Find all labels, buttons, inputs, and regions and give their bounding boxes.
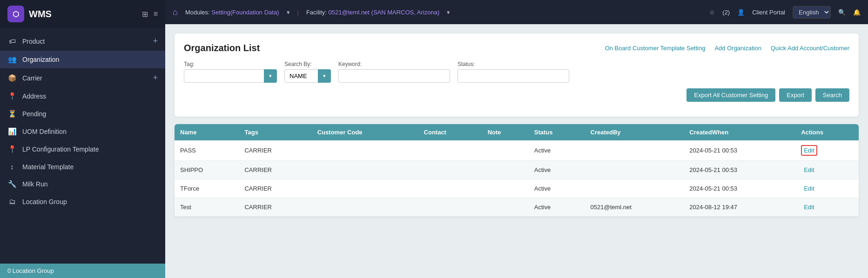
language-selector[interactable]: English: [793, 6, 831, 19]
sidebar-item-milk-run[interactable]: 🔧 Milk Run: [0, 175, 165, 193]
modules-label: Modules: Setting(Foundation Data): [185, 9, 279, 16]
topbar-right: ☆ (2) 👤 Client Portal English 🔍 🔔: [709, 6, 861, 19]
col-status: Status: [529, 124, 585, 140]
grid-icon[interactable]: ⊞: [142, 10, 148, 19]
table-header: Name Tags Customer Code Contact Note Sta…: [175, 124, 859, 140]
cell-created-by: [585, 179, 684, 198]
location-group-count: 0 Location Group: [7, 267, 54, 274]
page-title: Organization List: [184, 43, 260, 53]
sidebar-item-label: Organization: [22, 56, 158, 63]
cell-status: Active: [529, 161, 585, 179]
export-button[interactable]: Export: [779, 88, 812, 102]
menu-icon[interactable]: ≡: [154, 10, 158, 19]
sidebar-item-label: Material Template: [22, 163, 158, 171]
cell-name: PASS: [175, 140, 239, 161]
carrier-add-icon[interactable]: +: [153, 73, 158, 83]
sidebar-item-lp-configuration[interactable]: 📍 LP Configuration Template: [0, 140, 165, 158]
sidebar-item-uom-definition[interactable]: 📊 UOM Definition: [0, 123, 165, 140]
sidebar-item-label: Carrier: [22, 74, 147, 82]
tag-select-wrap: ▾: [184, 69, 277, 83]
cell-created-when: 2024-05-21 00:53: [684, 179, 795, 198]
panel-links: On Board Customer Template Setting Add O…: [605, 45, 849, 52]
cell-created-by: [585, 140, 684, 161]
edit-button[interactable]: Edit: [801, 203, 817, 212]
col-created-when: CreatedWhen: [684, 124, 795, 140]
client-portal-label[interactable]: Client Portal: [752, 9, 785, 16]
cell-status: Active: [529, 140, 585, 161]
col-created-by: CreatedBy: [585, 124, 684, 140]
search-icon[interactable]: 🔍: [838, 9, 846, 16]
facility-dropdown-icon[interactable]: ▾: [447, 9, 450, 16]
modules-dropdown-icon[interactable]: ▾: [287, 9, 290, 16]
cell-note: [482, 198, 529, 217]
cell-status: Active: [529, 179, 585, 198]
topbar: ⌂ Modules: Setting(Foundation Data) ▾ | …: [165, 0, 868, 24]
search-by-group: Search By: NAME ▾: [284, 61, 331, 83]
cell-created-when: 2024-08-12 19:47: [684, 198, 795, 217]
col-note: Note: [482, 124, 529, 140]
star-icon[interactable]: ☆: [709, 9, 715, 16]
tag-select[interactable]: [184, 69, 277, 83]
col-customer-code: Customer Code: [312, 124, 418, 140]
organization-icon: 👥: [7, 55, 17, 64]
bell-icon[interactable]: 🔔: [853, 9, 861, 16]
carrier-icon: 📦: [7, 74, 17, 82]
home-icon[interactable]: ⌂: [173, 7, 178, 17]
cell-customer-code: [312, 179, 418, 198]
product-icon: 🏷: [7, 37, 17, 45]
facility-value: 0521@teml.net (SAN MARCOS, Arizona): [329, 9, 440, 16]
table-row: TForce CARRIER Active 2024-05-21 00:53 E…: [175, 179, 859, 198]
col-actions: Actions: [795, 124, 859, 140]
cell-tags: CARRIER: [239, 140, 311, 161]
onboard-link[interactable]: On Board Customer Template Setting: [605, 45, 706, 52]
sidebar-footer: 0 Location Group: [0, 264, 165, 278]
cell-note: [482, 140, 529, 161]
status-input[interactable]: [458, 69, 569, 83]
sidebar-item-location-group[interactable]: 🗂 Location Group: [0, 193, 165, 210]
cell-actions: Edit: [795, 140, 859, 161]
cell-customer-code: [312, 161, 418, 179]
sidebar-item-label: Location Group: [22, 198, 158, 205]
cell-contact: [418, 198, 482, 217]
material-icon: ↕: [7, 163, 17, 171]
sidebar-item-organization[interactable]: 👥 Organization: [0, 51, 165, 68]
facility-label: Facility: 0521@teml.net (SAN MARCOS, Ari…: [306, 9, 439, 16]
table-body: PASS CARRIER Active 2024-05-21 00:53 Edi…: [175, 140, 859, 217]
tag-label: Tag:: [184, 61, 277, 67]
cell-customer-code: [312, 198, 418, 217]
edit-button[interactable]: Edit: [801, 165, 817, 174]
export-all-customer-setting-button[interactable]: Export All Customer Setting: [686, 88, 775, 102]
product-add-icon[interactable]: +: [153, 36, 158, 46]
sidebar-item-pending[interactable]: ⏳ Pending: [0, 105, 165, 123]
quick-add-link[interactable]: Quick Add Account/Customer: [771, 45, 849, 52]
modules-text: Modules:: [185, 9, 210, 16]
cell-status: Active: [529, 198, 585, 217]
keyword-input[interactable]: [338, 69, 450, 83]
add-organization-link[interactable]: Add Organization: [714, 45, 761, 52]
modules-value: Setting(Foundation Data): [211, 9, 279, 16]
sidebar-item-carrier[interactable]: 📦 Carrier +: [0, 68, 165, 87]
sidebar-item-material-template[interactable]: ↕ Material Template: [0, 158, 165, 175]
sidebar-item-address[interactable]: 📍 Address: [0, 87, 165, 105]
cell-note: [482, 161, 529, 179]
sidebar-header: ⬡ WMS ⊞ ≡: [0, 0, 165, 28]
cell-name: SHIPPO: [175, 161, 239, 179]
sidebar-header-icons: ⊞ ≡: [142, 10, 158, 19]
cell-name: TForce: [175, 179, 239, 198]
col-name: Name: [175, 124, 239, 140]
sidebar-item-product[interactable]: 🏷 Product +: [0, 32, 165, 51]
facility-text: Facility:: [306, 9, 327, 16]
pending-icon: ⏳: [7, 110, 17, 118]
cell-tags: CARRIER: [239, 161, 311, 179]
cell-name: Test: [175, 198, 239, 217]
sidebar-item-label: Milk Run: [22, 180, 158, 188]
cell-tags: CARRIER: [239, 198, 311, 217]
user-icon[interactable]: 👤: [737, 9, 745, 16]
col-contact: Contact: [418, 124, 482, 140]
edit-button[interactable]: Edit: [801, 145, 817, 156]
edit-button[interactable]: Edit: [801, 184, 817, 193]
search-by-select[interactable]: NAME: [284, 69, 331, 83]
search-button[interactable]: Search: [815, 88, 849, 102]
sidebar-item-label: UOM Definition: [22, 128, 158, 135]
cell-contact: [418, 179, 482, 198]
